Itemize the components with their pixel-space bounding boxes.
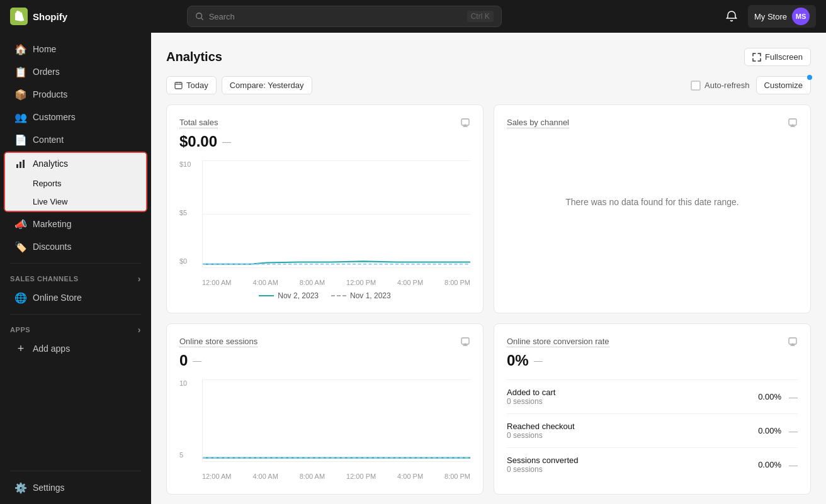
x-label-5: 4:00 PM xyxy=(397,473,423,480)
svg-rect-6 xyxy=(177,82,178,84)
search-placeholder: Search xyxy=(209,12,462,21)
x-label-5: 4:00 PM xyxy=(397,279,423,286)
sidebar-sub-reports[interactable]: Reports xyxy=(5,174,146,193)
chart-x-labels: 12:00 AM 4:00 AM 8:00 AM 12:00 PM 4:00 P… xyxy=(202,279,470,286)
sidebar-item-settings[interactable]: ⚙️ Settings xyxy=(5,477,146,498)
compare-label: Compare: Yesterday xyxy=(230,81,304,90)
add-icon: + xyxy=(15,343,26,354)
sessions-header: Online store sessions xyxy=(179,337,470,349)
y-label-mid: $5 xyxy=(179,209,191,216)
sidebar-sub-label: Reports xyxy=(33,179,62,188)
search-icon xyxy=(195,12,204,21)
customize-label: Customize xyxy=(764,81,803,90)
online-store-icon: 🌐 xyxy=(15,292,26,303)
total-sales-value: $0.00 — xyxy=(179,133,470,150)
sessions-value: 0 — xyxy=(179,352,470,369)
today-button[interactable]: Today xyxy=(166,76,217,94)
search-bar[interactable]: Search Ctrl K xyxy=(187,6,502,27)
avatar: MS xyxy=(792,8,810,25)
sidebar-item-label: Products xyxy=(33,89,67,99)
sidebar-sub-label: Live View xyxy=(33,197,67,206)
sessions-converted-pct: 0.00% xyxy=(758,460,781,469)
sales-channels-section: Sales channels › xyxy=(0,269,151,286)
sidebar-divider-3 xyxy=(10,471,141,471)
sidebar-item-customers[interactable]: 👥 Customers xyxy=(5,106,146,128)
conversion-value: 0% — xyxy=(507,352,798,369)
sessions-x-labels: 12:00 AM 4:00 AM 8:00 AM 12:00 PM 4:00 P… xyxy=(202,473,470,480)
x-label-3: 8:00 AM xyxy=(300,473,325,480)
conversion-row-info: Reached checkout 0 sessions xyxy=(507,422,575,440)
sidebar-item-content[interactable]: 📄 Content xyxy=(5,129,146,150)
added-to-cart-pct: 0.00% xyxy=(758,392,781,401)
discounts-icon: 🏷️ xyxy=(15,241,26,252)
topnav-right: My Store MS xyxy=(723,5,816,28)
notifications-button[interactable] xyxy=(723,8,740,25)
chart-legend: Nov 2, 2023 Nov 1, 2023 xyxy=(179,291,470,300)
sidebar-divider-1 xyxy=(10,263,141,264)
sidebar-item-products[interactable]: 📦 Products xyxy=(5,84,146,105)
shopify-logo: shopify xyxy=(10,8,67,25)
main-content: Analytics Fullscreen Today Compare: Yes xyxy=(151,33,826,504)
sidebar-item-online-store[interactable]: 🌐 Online Store xyxy=(5,287,146,308)
sidebar-sub-live-view[interactable]: Live View xyxy=(5,193,146,211)
store-selector-button[interactable]: My Store MS xyxy=(748,5,816,28)
sidebar-item-label: Analytics xyxy=(33,159,68,169)
conversion-row-added-to-cart: Added to cart 0 sessions 0.00% — xyxy=(507,379,798,413)
svg-rect-5 xyxy=(175,82,182,89)
cards-grid: Total sales $0.00 — $10 $5 xyxy=(166,104,811,495)
conversion-header: Online store conversion rate xyxy=(507,337,798,349)
x-label-4: 12:00 PM xyxy=(346,473,376,480)
sales-channel-export-button[interactable] xyxy=(788,118,798,130)
compare-button[interactable]: Compare: Yesterday xyxy=(222,76,312,94)
sidebar-item-analytics[interactable]: Analytics xyxy=(5,153,146,174)
store-name: My Store xyxy=(754,12,787,21)
top-navigation: shopify Search Ctrl K My Store MS xyxy=(0,0,826,33)
products-icon: 📦 xyxy=(15,89,26,100)
filter-bar-right: Auto-refresh Customize xyxy=(691,76,811,94)
total-sales-export-button[interactable] xyxy=(460,118,470,130)
chart-y-labels: $10 $5 $0 xyxy=(179,160,191,267)
sidebar-item-discounts[interactable]: 🏷️ Discounts xyxy=(5,236,146,257)
home-icon: 🏠 xyxy=(15,43,26,55)
auto-refresh-checkbox[interactable] xyxy=(691,81,701,91)
auto-refresh-label[interactable]: Auto-refresh xyxy=(691,81,750,91)
y-label-bot: $0 xyxy=(179,257,191,265)
svg-rect-2 xyxy=(16,164,18,168)
total-sales-card: Total sales $0.00 — $10 $5 xyxy=(166,104,484,313)
grid-line-bot xyxy=(203,267,470,268)
sales-by-channel-title: Sales by channel xyxy=(507,118,569,128)
analytics-icon xyxy=(15,158,26,169)
fullscreen-button[interactable]: Fullscreen xyxy=(744,48,811,66)
sidebar-item-home[interactable]: 🏠 Home xyxy=(5,38,146,60)
search-shortcut: Ctrl K xyxy=(467,11,494,22)
sidebar-item-label: Settings xyxy=(33,483,65,493)
export-icon xyxy=(788,118,798,128)
sessions-dash: — xyxy=(193,356,201,366)
x-label-6: 8:00 PM xyxy=(444,473,470,480)
conversion-row-reached-checkout: Reached checkout 0 sessions 0.00% — xyxy=(507,413,798,447)
customize-button[interactable]: Customize xyxy=(756,76,811,94)
export-icon xyxy=(460,337,470,347)
sessions-chart-inner xyxy=(202,379,470,461)
total-sales-title: Total sales xyxy=(179,118,218,128)
online-sessions-card: Online store sessions 0 — 10 5 xyxy=(166,323,484,495)
sidebar-item-add-apps[interactable]: + Add apps xyxy=(5,338,146,359)
sidebar-item-label: Add apps xyxy=(33,344,70,354)
conversion-export-button[interactable] xyxy=(788,337,798,349)
sidebar-item-label: Content xyxy=(33,135,64,145)
x-label-1: 12:00 AM xyxy=(202,473,231,480)
sidebar-item-label: Marketing xyxy=(33,219,71,229)
x-label-3: 8:00 AM xyxy=(300,279,325,286)
chart-inner xyxy=(202,160,470,267)
sessions-export-button[interactable] xyxy=(460,337,470,349)
today-label: Today xyxy=(186,81,208,90)
sidebar-item-marketing[interactable]: 📣 Marketing xyxy=(5,213,146,235)
reached-checkout-dash: — xyxy=(789,426,798,436)
sidebar-item-orders[interactable]: 📋 Orders xyxy=(5,61,146,82)
empty-message: There was no data found for this date ra… xyxy=(565,197,739,207)
sessions-chart-svg xyxy=(203,379,470,461)
apps-section: Apps › xyxy=(0,320,151,337)
sales-by-channel-header: Sales by channel xyxy=(507,118,798,130)
total-sales-dash: — xyxy=(222,137,231,147)
sidebar-divider-2 xyxy=(10,314,141,315)
